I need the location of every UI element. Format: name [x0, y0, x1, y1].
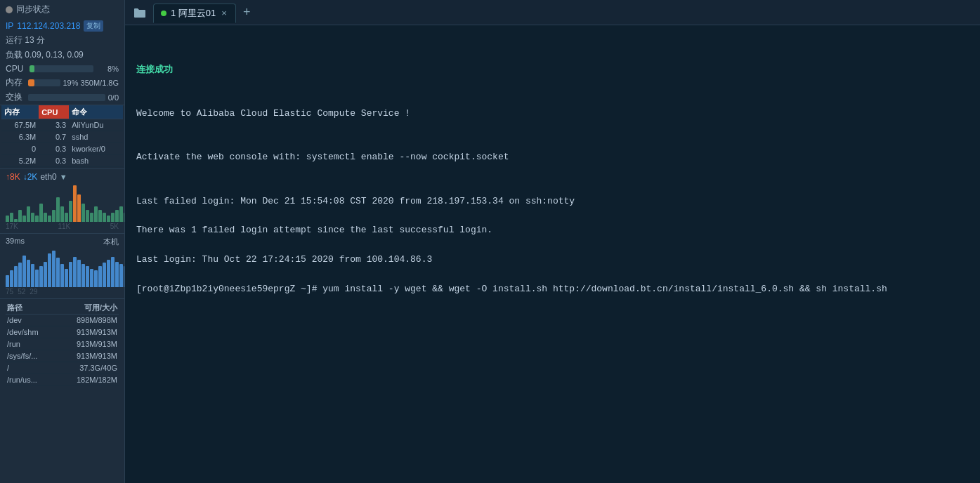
latency-bar	[65, 269, 68, 287]
latency-bar	[103, 263, 106, 287]
net-bar	[14, 219, 18, 222]
load-avg: 负载 0.09, 0.13, 0.09	[0, 48, 124, 62]
latency-bar	[27, 260, 30, 287]
net-bar	[115, 210, 119, 222]
net-bar	[65, 213, 68, 222]
net-bar	[56, 197, 60, 222]
copy-ip-button[interactable]: 复制	[84, 20, 103, 32]
folder-button[interactable]	[128, 5, 152, 20]
table-row: 67.5M3.3AliYunDu	[1, 119, 123, 131]
latency-bar	[44, 262, 47, 287]
mem-label: 内存	[6, 77, 25, 88]
proc-col-cpu: CPU	[39, 105, 69, 119]
tab-add-button[interactable]: +	[237, 2, 256, 22]
latency-bar	[73, 257, 77, 287]
net-dropdown-icon[interactable]: ▼	[60, 173, 67, 181]
terminal-line: Welcome to Alibaba Cloud Elastic Compute…	[136, 107, 969, 121]
latency-bar	[35, 270, 39, 287]
net-bar	[98, 210, 102, 222]
latency-section: 39ms 本机 75 52 29	[0, 233, 124, 298]
proc-cell-cpu: 0.3	[39, 155, 69, 167]
latency-bar	[39, 266, 43, 287]
latency-bar	[94, 270, 98, 287]
net-bar	[69, 201, 72, 222]
table-row: 6.3M0.7sshd	[1, 131, 123, 143]
net-bar	[73, 185, 77, 222]
proc-col-cmd: 命令	[69, 105, 123, 119]
table-row: 00.3kworker/0	[1, 143, 123, 155]
network-chart	[6, 183, 119, 222]
latency-bar	[107, 260, 110, 287]
cpu-bar-fill	[30, 65, 34, 72]
tab-active-dot	[161, 11, 166, 16]
net-bar	[10, 213, 13, 222]
net-bar	[81, 204, 85, 222]
net-bar	[90, 213, 93, 222]
net-bar	[27, 206, 30, 222]
proc-cell-mem: 67.5M	[1, 119, 39, 131]
disk-avail: 182M/182M	[55, 374, 119, 386]
latency-bar	[90, 269, 93, 287]
proc-cell-mem: 5.2M	[1, 155, 39, 167]
proc-cell-cmd: AliYunDu	[69, 119, 123, 131]
disk-path: /run/us...	[6, 374, 55, 386]
disk-section: 路径 可用/大小 /dev898M/898M/dev/shm913M/913M/…	[0, 298, 124, 483]
cpu-stat-row: CPU 8%	[0, 62, 124, 75]
latency-bar	[14, 266, 18, 287]
tab-close-button[interactable]: ×	[220, 8, 228, 18]
net-down-label: ↓2K	[23, 172, 38, 182]
mem-value: 19% 350M/1.8G	[63, 79, 119, 87]
proc-cell-cmd: sshd	[69, 131, 123, 143]
latency-local-label: 本机	[103, 237, 119, 247]
mem-bar-bg	[28, 79, 60, 86]
net-label-17k: 17K	[6, 223, 18, 230]
tab-label: 1 阿里云01	[171, 7, 216, 20]
terminal[interactable]: 连接成功 Welcome to Alibaba Cloud Elastic Co…	[125, 25, 980, 483]
latency-header: 39ms 本机	[6, 237, 119, 247]
list-item: /dev898M/898M	[6, 315, 119, 326]
latency-bar	[22, 256, 26, 287]
net-bar	[18, 210, 22, 222]
list-item: /37.3G/40G	[6, 362, 119, 374]
latency-bar	[77, 260, 81, 287]
latency-bar	[60, 264, 64, 287]
ip-row: IP 112.124.203.218 复制	[0, 19, 124, 33]
mem-stat-row: 内存 19% 350M/1.8G	[0, 75, 124, 90]
latency-y3: 29	[30, 288, 37, 296]
latency-y2: 52	[18, 288, 25, 296]
disk-path: /dev	[6, 315, 55, 326]
net-bar	[119, 206, 123, 222]
latency-bar	[119, 264, 123, 287]
list-item: /run/us...182M/182M	[6, 374, 119, 386]
net-label-11k: 11K	[58, 223, 70, 230]
ip-address: 112.124.203.218	[17, 21, 80, 31]
process-table: 内存 CPU 命令 67.5M3.3AliYunDu6.3M0.7sshd00.…	[1, 105, 123, 167]
disk-avail: 37.3G/40G	[55, 362, 119, 374]
net-bar	[22, 216, 26, 222]
tab-bar: 1 阿里云01 × +	[125, 0, 980, 25]
latency-bar	[115, 262, 119, 287]
list-item: /run913M/913M	[6, 338, 119, 350]
list-item: /dev/shm913M/913M	[6, 326, 119, 338]
latency-labels: 75 52 29	[6, 288, 119, 296]
disk-col-avail: 可用/大小	[55, 302, 119, 315]
sync-dot-icon	[6, 6, 13, 13]
net-bar	[103, 213, 106, 222]
sidebar: 同步状态 IP 112.124.203.218 复制 运行 13 分 负载 0.…	[0, 0, 125, 483]
proc-cell-cpu: 0.7	[39, 131, 69, 143]
latency-bar	[98, 266, 102, 287]
latency-bar	[18, 263, 22, 287]
latency-bar	[69, 262, 72, 287]
proc-col-mem: 内存	[1, 105, 39, 119]
tab-aliyun01[interactable]: 1 阿里云01 ×	[153, 4, 236, 23]
latency-bar	[52, 251, 55, 287]
disk-avail: 898M/898M	[55, 315, 119, 326]
proc-cell-cpu: 0.3	[39, 143, 69, 155]
net-bar	[48, 216, 51, 222]
proc-cell-cmd: bash	[69, 155, 123, 167]
proc-cell-cpu: 3.3	[39, 119, 69, 131]
disk-table: 路径 可用/大小 /dev898M/898M/dev/shm913M/913M/…	[6, 302, 119, 386]
proc-cell-cmd: kworker/0	[69, 143, 123, 155]
latency-bar	[31, 264, 34, 287]
sync-status-label: 同步状态	[16, 4, 50, 15]
